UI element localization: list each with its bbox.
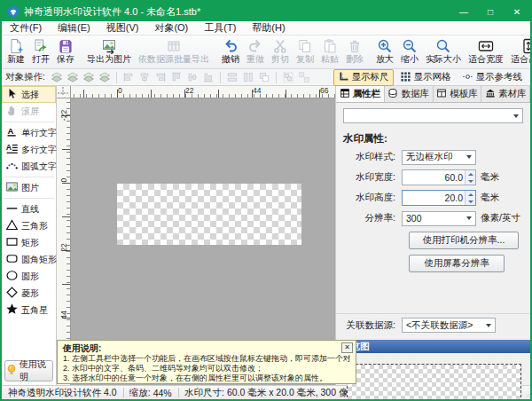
ruler-origin (57, 86, 71, 98)
save-button[interactable]: 保存 (53, 36, 78, 68)
button-label: 实际大小 (426, 54, 461, 65)
tab-properties[interactable]: 属性栏 (336, 86, 385, 102)
use-printer-resolution-button[interactable]: 使用打印机分辨率... (409, 232, 519, 249)
zoom-out-button[interactable]: 缩小 (397, 36, 422, 68)
zoom-in-button[interactable]: 放大 (372, 36, 397, 68)
ungroup-icon (297, 71, 311, 84)
tab-templates[interactable]: 模板库 (434, 86, 482, 102)
menu-tools[interactable]: 工具(T) (196, 21, 244, 35)
ruler-label: 66 (320, 86, 328, 95)
tool-label: 三角形 (21, 220, 48, 232)
button-label: 保存 (57, 54, 74, 65)
window-title: 神奇透明水印设计软件 4.0 - 未命名1.stb* (24, 5, 450, 19)
use-screen-resolution-button[interactable]: 使用屏幕分辨率 (409, 255, 505, 272)
triangle-icon (5, 218, 19, 233)
resize-grip-icon[interactable] (527, 389, 530, 399)
tool-circle[interactable]: 圆形 (2, 268, 56, 285)
instruction-line: 2. 水印中的文字、条码、二维码等对象均可以双击修改； (63, 364, 350, 373)
menu-object[interactable]: 对象(O) (146, 21, 196, 35)
lightbulb-icon (5, 364, 20, 378)
circle-icon (5, 269, 19, 284)
star-icon (5, 303, 19, 318)
actual-size-button[interactable]: 实际大小 (422, 36, 465, 68)
tab-materials[interactable]: 素材库 (481, 86, 530, 102)
menu-help[interactable]: 帮助(H) (244, 21, 293, 35)
ruler-label: 0 (59, 174, 68, 186)
spinner-value: 20.0 (403, 191, 465, 205)
tool-diamond[interactable]: 菱形 (2, 285, 56, 302)
tool-multi-line-text[interactable]: A 多行文字 (2, 141, 56, 158)
watermark-style-combo[interactable]: 无边框水印 (402, 150, 476, 165)
toggle-label: 显示参考线 (476, 71, 523, 83)
spin-up-button[interactable] (466, 191, 475, 198)
fit-width-icon (478, 38, 494, 54)
spin-down-button[interactable] (466, 198, 475, 205)
tab-database[interactable]: 数据库 (385, 86, 434, 102)
batch-export-icon (166, 38, 182, 54)
fit-width-button[interactable]: 适合宽度 (465, 36, 507, 68)
object-select-combo[interactable] (343, 108, 523, 123)
button-label: 缩小 (401, 54, 419, 65)
object-toolbar-label: 对象操作: (5, 71, 45, 83)
preview-header: 缩览图 (336, 340, 530, 353)
tool-label: 直线 (21, 203, 39, 216)
batch-export-button: 依数据源批量导出 (135, 36, 213, 68)
export-image-button[interactable]: 导出为图片 (83, 36, 135, 68)
align-center-icon (137, 71, 152, 84)
same-width-icon (225, 71, 239, 84)
dropdown-arrow-icon (482, 318, 495, 332)
watermark-canvas[interactable] (117, 184, 301, 245)
dropdown-arrow-icon (463, 212, 475, 225)
datasource-combo[interactable]: <不关联数据源> (402, 318, 496, 333)
tool-arc-text[interactable]: 圆弧文字 (2, 158, 56, 175)
tool-line[interactable]: 直线 (2, 200, 56, 217)
button-label: 重做 (246, 54, 264, 65)
tool-label: 图片 (21, 182, 39, 194)
tool-triangle[interactable]: 三角形 (2, 217, 56, 234)
tool-rounded-rectangle[interactable]: 圆角矩形 (2, 251, 56, 268)
ruler-label: 22 (59, 241, 68, 254)
bring-to-front-icon (50, 71, 64, 84)
fit-height-button[interactable]: 适合高度 (507, 36, 532, 68)
send-to-back-icon (66, 71, 80, 84)
undo-button[interactable]: 撤销 (218, 36, 243, 68)
show-grid-toggle[interactable]: 显示网格 (395, 69, 456, 86)
watermark-height-input[interactable]: 20.0 (402, 190, 476, 206)
spin-up-button[interactable] (466, 170, 475, 177)
properties-heading: 水印属性: (343, 132, 530, 145)
button-label: 适合宽度 (468, 54, 504, 65)
open-button[interactable]: 打开 (28, 36, 53, 68)
tool-picture[interactable]: 图片 (2, 179, 56, 196)
show-guides-toggle[interactable]: 显示参考线 (458, 69, 528, 86)
field-label: 水印宽度: (336, 171, 402, 184)
help-button[interactable]: 使用说明 (4, 360, 53, 381)
spin-down-button[interactable] (466, 177, 475, 185)
close-button[interactable]: ✕ (504, 2, 530, 21)
watermark-width-input[interactable]: 60.0 (402, 169, 476, 185)
status-app-name: 神奇透明水印设计软件 4.0 (2, 387, 123, 399)
tab-label: 模板库 (450, 88, 478, 100)
tool-select[interactable]: 选择 (2, 86, 56, 103)
template-tab-icon (436, 88, 450, 100)
multi-line-text-icon: A (5, 142, 19, 157)
tool-single-line-text[interactable]: A 单行文字 (2, 124, 56, 141)
instruction-line: 3. 选择水印中的任意一个对象，在右侧的属性栏里可以调整该对象的属性。 (63, 373, 350, 383)
button-label: 打开 (32, 54, 50, 65)
send-backward-icon (98, 71, 112, 84)
spinner-value: 60.0 (403, 170, 465, 185)
tool-rectangle[interactable]: 矩形 (2, 234, 56, 251)
instructions-close-button[interactable]: ✕ (341, 342, 353, 353)
menu-edit[interactable]: 编辑(E) (50, 21, 98, 35)
show-ruler-toggle[interactable]: 显示标尺 (333, 69, 394, 86)
menu-view[interactable]: 视图(V) (98, 21, 147, 35)
paste-button: 粘贴 (317, 36, 342, 68)
new-button[interactable]: 新建 (4, 36, 28, 68)
maximize-button[interactable]: □ (477, 2, 504, 21)
arc-text-icon (5, 159, 19, 174)
tool-star[interactable]: 五角星 (2, 302, 56, 318)
resolution-combo[interactable]: 300 (402, 211, 476, 226)
open-folder-icon (33, 38, 49, 54)
minimize-button[interactable]: — (450, 2, 477, 21)
menu-file[interactable]: 文件(F) (2, 21, 50, 35)
tool-label: 矩形 (21, 237, 39, 249)
